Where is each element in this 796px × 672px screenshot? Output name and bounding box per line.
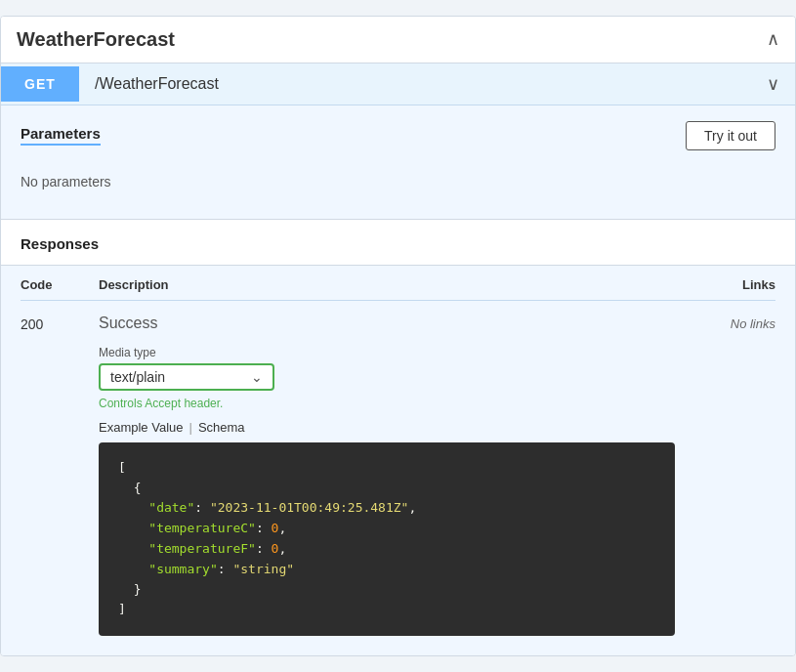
json-line-7: } [118,582,141,597]
cell-description: Success Media type text/plain ⌄ Controls… [99,315,678,636]
tab-schema[interactable]: Schema [198,420,245,435]
parameters-header-row: Parameters Try it out [1,105,795,158]
json-line-1: [ [118,460,126,475]
no-params-text: No parameters [1,158,795,219]
dropdown-arrow-icon: ⌄ [251,369,263,385]
panel-title: WeatherForecast [17,28,175,51]
table-header-row: Code Description Links [21,266,775,301]
json-line-6: "summary": "string" [118,562,294,576]
endpoint-chevron-icon[interactable]: ∨ [751,63,795,105]
col-links-header: Links [678,277,775,292]
collapse-icon[interactable]: ∧ [767,28,779,50]
success-text: Success [99,315,678,332]
json-line-8: ] [118,602,126,616]
json-line-5: "temperatureF": 0, [118,541,286,556]
example-schema-tabs: Example Value | Schema [99,420,678,435]
media-type-label: Media type [99,346,678,359]
code-block: [ { "date": "2023-11-01T00:49:25.481Z", … [99,442,675,636]
endpoint-path: /WeatherForecast [79,65,751,103]
col-code-header: Code [21,277,99,292]
json-line-2: { [118,481,141,495]
parameters-section: Parameters Try it out No parameters [1,105,795,219]
tab-example-value[interactable]: Example Value [99,420,183,435]
try-it-out-button[interactable]: Try it out [686,121,775,150]
json-line-4: "temperatureC": 0, [118,521,286,535]
http-method-badge: GET [1,66,79,102]
response-code: 200 [21,315,99,332]
swagger-panel: WeatherForecast ∧ GET /WeatherForecast ∨… [0,16,796,656]
tab-divider: | [189,420,191,435]
responses-label: Responses [21,235,99,252]
no-links-text: No links [678,315,775,331]
endpoint-bar: GET /WeatherForecast ∨ [1,63,795,105]
json-line-3: "date": "2023-11-01T00:49:25.481Z", [118,500,416,515]
controls-note: Controls Accept header. [99,397,678,410]
responses-table-area: Code Description Links 200 Success Media… [1,265,795,655]
media-type-select[interactable]: text/plain ⌄ [99,363,274,391]
table-data-row: 200 Success Media type text/plain ⌄ Cont… [21,301,775,636]
col-description-header: Description [99,277,678,292]
parameters-label: Parameters [21,125,101,146]
panel-header: WeatherForecast ∧ [1,17,795,63]
media-type-value: text/plain [110,369,165,385]
responses-section-header: Responses [1,219,795,265]
